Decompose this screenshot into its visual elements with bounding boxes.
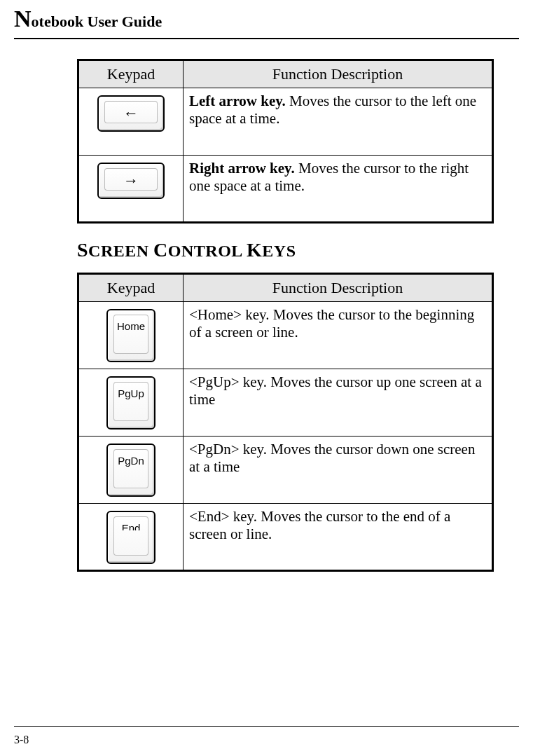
key-label: End: [108, 522, 154, 534]
title-rest: otebook User Guide: [32, 13, 162, 30]
table-cell-desc: Left arrow key. Moves the cursor to the …: [184, 88, 493, 156]
table-header-desc: Function Description: [184, 60, 493, 88]
pgup-key-icon: PgUp: [106, 376, 155, 429]
table-cell-desc: <PgDn> key. Moves the cursor down one sc…: [184, 437, 493, 504]
desc-bold: Left arrow key.: [189, 92, 286, 109]
key-label: PgUp: [108, 387, 154, 399]
screen-control-table: Keypad Function Description Home <Home> …: [77, 273, 494, 572]
desc-bold: Right arrow key.: [189, 160, 295, 177]
arrow-key-table: Keypad Function Description ← Left arrow…: [77, 59, 494, 224]
table-row: → Right arrow key. Moves the cursor to t…: [78, 156, 493, 223]
page-header: Notebook User Guide: [0, 0, 533, 36]
section-title: SCREEN CONTROL KEYS: [77, 239, 494, 261]
table-cell-desc: Right arrow key. Moves the cursor to the…: [184, 156, 493, 223]
table-header-desc: Function Description: [184, 274, 493, 302]
key-label: Home: [108, 320, 154, 332]
table-row: End <End> key. Moves the cursor to the e…: [78, 504, 493, 571]
table-row: PgDn <PgDn> key. Moves the cursor down o…: [78, 437, 493, 504]
title-initial: N: [14, 6, 32, 32]
table-row: Home <Home> key. Moves the cursor to the…: [78, 302, 493, 369]
pgdn-key-icon: PgDn: [106, 444, 155, 497]
left-arrow-key-icon: ←: [97, 95, 165, 132]
table-header-keypad: Keypad: [78, 60, 184, 88]
right-arrow-key-icon: →: [97, 163, 165, 199]
page-content: Keypad Function Description ← Left arrow…: [0, 39, 533, 572]
footer-rule: [14, 726, 519, 727]
left-arrow-icon: ←: [99, 97, 163, 130]
page-number: 3-8: [14, 734, 29, 746]
table-row: PgUp <PgUp> key. Moves the cursor up one…: [78, 369, 493, 437]
header-title: Notebook User Guide: [14, 6, 519, 32]
key-label: PgDn: [108, 455, 154, 467]
table-header-keypad: Keypad: [78, 274, 184, 302]
table-cell-desc: <End> key. Moves the cursor to the end o…: [184, 504, 493, 571]
table-row: ← Left arrow key. Moves the cursor to th…: [78, 88, 493, 156]
end-key-icon: End: [106, 511, 155, 564]
table-cell-desc: <Home> key. Moves the cursor to the begi…: [184, 302, 493, 369]
home-key-icon: Home: [106, 309, 155, 362]
right-arrow-icon: →: [99, 164, 163, 198]
table-cell-desc: <PgUp> key. Moves the cursor up one scre…: [184, 369, 493, 437]
